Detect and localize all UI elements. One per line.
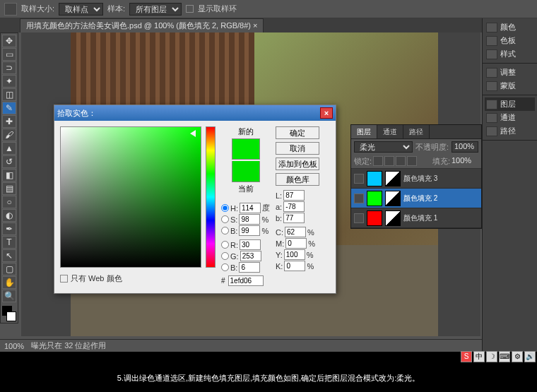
lock-all-icon[interactable]: [407, 156, 417, 166]
tab-layers[interactable]: 图层: [351, 125, 377, 138]
color-panel-icon: [486, 23, 497, 32]
panel-color[interactable]: 颜色: [485, 20, 535, 34]
panel-paths[interactable]: 路径: [485, 124, 535, 138]
path-tool[interactable]: ↖: [2, 249, 16, 262]
panel-swatches[interactable]: 色板: [485, 34, 535, 47]
stamp-tool[interactable]: ▲: [2, 142, 16, 155]
eyedropper-icon[interactable]: [4, 3, 17, 16]
lock-pixels-icon[interactable]: [384, 156, 394, 166]
crop-tool[interactable]: ◫: [2, 88, 16, 101]
c-input[interactable]: [285, 227, 306, 237]
move-tool[interactable]: ✥: [2, 35, 16, 47]
opacity-value[interactable]: 100%: [452, 141, 478, 153]
b-input[interactable]: [239, 225, 260, 236]
layer-row[interactable]: 颜色填充 1: [351, 208, 481, 228]
blur-tool[interactable]: ○: [2, 196, 16, 208]
tray-icon-gear[interactable]: ⚙: [512, 351, 523, 362]
type-tool[interactable]: T: [2, 236, 16, 249]
gradient-tool[interactable]: ▤: [2, 182, 16, 195]
lab-b-input[interactable]: [283, 213, 305, 223]
panel-styles[interactable]: 样式: [485, 47, 535, 61]
web-only-checkbox[interactable]: [60, 275, 68, 283]
new-label: 新的: [238, 126, 254, 137]
background-swatch[interactable]: [6, 311, 16, 321]
marquee-tool[interactable]: ▭: [2, 48, 16, 61]
zoom-tool[interactable]: 🔍: [2, 290, 16, 302]
fill-value[interactable]: 100%: [452, 156, 478, 167]
layer-thumb[interactable]: [367, 171, 382, 186]
status-bar: 100% 曝光只在 32 位起作用: [0, 339, 537, 352]
fill-label: 填充:: [432, 156, 450, 167]
document-tabs: 用填充颜色的方法给美女调色.psd @ 100% (颜色填充 2, RGB/8#…: [0, 18, 537, 32]
h-radio[interactable]: [221, 204, 229, 212]
show-ring-checkbox[interactable]: [186, 5, 194, 13]
h-input[interactable]: [240, 203, 261, 213]
document-tab[interactable]: 用填充颜色的方法给美女调色.psd @ 100% (颜色填充 2, RGB/8#…: [20, 18, 264, 32]
close-icon[interactable]: ×: [320, 107, 333, 119]
shape-tool[interactable]: ▢: [2, 263, 16, 275]
libraries-button[interactable]: 颜色库: [276, 173, 319, 186]
g-radio[interactable]: [221, 252, 229, 260]
color-picker-dialog: 拾取实色： × 只有 Web 颜色 新的 当前 H: [54, 105, 336, 294]
panel-channels[interactable]: 通道: [485, 111, 535, 124]
a-input[interactable]: [283, 201, 305, 212]
m-input[interactable]: [285, 238, 307, 249]
hand-tool[interactable]: ✋: [2, 276, 16, 289]
l-input[interactable]: [283, 190, 305, 201]
hue-slider[interactable]: [206, 126, 216, 268]
layer-thumb[interactable]: [367, 191, 382, 206]
b-radio[interactable]: [221, 227, 229, 234]
layer-row[interactable]: 颜色填充 2: [351, 189, 481, 208]
lasso-tool[interactable]: ⊃: [2, 61, 16, 74]
ok-button[interactable]: 确定: [276, 126, 319, 139]
tray-icon-vol[interactable]: 🔊: [524, 351, 536, 362]
eyedropper-tool[interactable]: ✎: [2, 102, 16, 114]
tray-icon-ime[interactable]: 中: [473, 351, 485, 362]
options-bar: 取样大小: 取样点 样本: 所有图层 显示取样环: [0, 0, 537, 18]
heal-tool[interactable]: ✚: [2, 115, 16, 128]
cancel-button[interactable]: 取消: [276, 142, 319, 155]
k-input[interactable]: [284, 261, 305, 271]
visibility-icon[interactable]: [354, 174, 364, 184]
layer-mask[interactable]: [385, 191, 401, 206]
visibility-icon[interactable]: [354, 194, 364, 203]
g-input[interactable]: [240, 251, 261, 261]
y-input[interactable]: [284, 249, 305, 260]
panel-adjust[interactable]: 调整: [485, 66, 535, 79]
panel-mask[interactable]: 蒙版: [485, 79, 535, 93]
layer-row[interactable]: 颜色填充 3: [351, 169, 481, 189]
tray-icon-kb[interactable]: ⌨: [499, 351, 510, 362]
lock-pos-icon[interactable]: [396, 156, 406, 166]
tray-icon-s[interactable]: S: [461, 351, 472, 362]
lock-trans-icon[interactable]: [373, 156, 383, 166]
bb-radio[interactable]: [221, 263, 229, 271]
blend-mode-select[interactable]: 柔光: [354, 141, 413, 153]
panel-layers[interactable]: 图层: [485, 97, 535, 111]
tab-paths[interactable]: 路径: [403, 125, 430, 138]
add-swatch-button[interactable]: 添加到色板: [276, 158, 319, 170]
color-swatches[interactable]: [2, 306, 16, 321]
color-field[interactable]: [60, 126, 201, 268]
layer-mask[interactable]: [385, 171, 401, 186]
sample-select[interactable]: 所有图层: [129, 3, 182, 16]
tab-channels[interactable]: 通道: [377, 125, 403, 138]
wand-tool[interactable]: ✦: [2, 75, 16, 88]
tray-icon-moon[interactable]: ☽: [486, 351, 497, 362]
pen-tool[interactable]: ✒: [2, 222, 16, 235]
layer-thumb[interactable]: [367, 210, 382, 226]
history-brush[interactable]: ↺: [2, 155, 16, 168]
r-radio[interactable]: [221, 241, 229, 249]
eraser-tool[interactable]: ◧: [2, 169, 16, 182]
r-input[interactable]: [240, 239, 261, 250]
s-input[interactable]: [239, 214, 260, 225]
dialog-titlebar[interactable]: 拾取实色： ×: [54, 105, 336, 121]
brush-tool[interactable]: 🖌: [2, 129, 16, 141]
sample-size-select[interactable]: 取样点: [59, 3, 103, 16]
layer-mask[interactable]: [385, 210, 401, 226]
s-radio[interactable]: [221, 215, 229, 223]
zoom-level[interactable]: 100%: [4, 342, 24, 350]
visibility-icon[interactable]: [354, 213, 364, 223]
bb-input[interactable]: [239, 262, 260, 273]
hex-input[interactable]: [228, 275, 264, 286]
dodge-tool[interactable]: ◐: [2, 209, 16, 222]
